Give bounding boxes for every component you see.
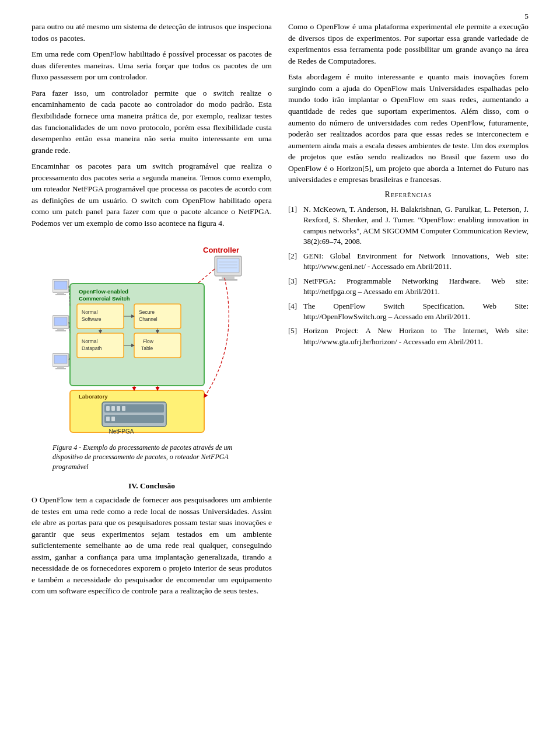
svg-rect-34 bbox=[57, 328, 64, 330]
right-para-1: Como o OpenFlow é uma plataforma experim… bbox=[288, 21, 528, 67]
svg-text:Channel: Channel bbox=[139, 316, 158, 322]
conclusion-heading: IV. Conclusão bbox=[32, 481, 272, 491]
svg-rect-48 bbox=[106, 406, 110, 411]
ref-2: [2] GENI: Global Environment for Network… bbox=[288, 251, 528, 272]
left-para-4: Encaminhar os pacotes para um switch pro… bbox=[32, 160, 272, 229]
ref-1-text: N. McKeown, T. Anderson, H. Balakrishnan… bbox=[303, 204, 528, 247]
svg-text:Laboratory: Laboratory bbox=[79, 393, 108, 400]
svg-text:Controller: Controller bbox=[203, 246, 239, 254]
ref-3: [3] NetFPGA: Programmable Networking Har… bbox=[288, 276, 528, 298]
conclusion-section: IV. Conclusão O OpenFlow tem a capacidad… bbox=[32, 481, 272, 597]
left-para-2: Em uma rede com OpenFlow habilitado é po… bbox=[32, 48, 272, 83]
ref-4-text: The OpenFlow Switch Specification. Web S… bbox=[303, 301, 528, 323]
svg-rect-4 bbox=[219, 279, 237, 281]
ref-5-text: Horizon Project: A New Horizon to The In… bbox=[303, 326, 528, 347]
svg-rect-37 bbox=[54, 355, 67, 363]
svg-text:Software: Software bbox=[82, 316, 102, 322]
svg-rect-33 bbox=[54, 317, 67, 326]
right-column: Como o OpenFlow é uma plataforma experim… bbox=[288, 21, 528, 602]
svg-text:Flow: Flow bbox=[143, 338, 154, 344]
figure-caption: Figura 4 - Exemplo do processamento de p… bbox=[52, 443, 251, 472]
svg-rect-49 bbox=[111, 406, 115, 411]
figure-4: Controller OpenFlow-enabled Commer bbox=[32, 240, 272, 472]
ref-3-text: NetFPGA: Programmable Networking Hardwar… bbox=[303, 276, 528, 298]
svg-rect-39 bbox=[55, 368, 66, 369]
svg-rect-2 bbox=[217, 258, 239, 272]
svg-rect-30 bbox=[57, 292, 64, 294]
page: 5 para outro ou até mesmo um sistema de … bbox=[0, 0, 560, 748]
ref-5: [5] Horizon Project: A New Horizon to Th… bbox=[288, 326, 528, 347]
svg-text:Commercial Switch: Commercial Switch bbox=[79, 295, 130, 302]
svg-rect-31 bbox=[55, 294, 66, 295]
svg-rect-3 bbox=[222, 276, 235, 279]
svg-text:Normal: Normal bbox=[82, 338, 98, 344]
svg-rect-35 bbox=[55, 330, 66, 331]
ref-4: [4] The OpenFlow Switch Specification. W… bbox=[288, 301, 528, 323]
references-section: Referências [1] N. McKeown, T. Anderson,… bbox=[288, 190, 528, 347]
conclusion-text: O OpenFlow tem a capacidade de fornecer … bbox=[32, 494, 272, 597]
svg-rect-29 bbox=[54, 281, 67, 289]
svg-text:Datapath: Datapath bbox=[82, 345, 102, 351]
ref-1-num: [1] bbox=[288, 204, 300, 247]
ref-4-num: [4] bbox=[288, 301, 300, 323]
svg-rect-53 bbox=[111, 417, 115, 421]
two-column-layout: para outro ou até mesmo um sistema de de… bbox=[32, 21, 528, 602]
references-title: Referências bbox=[288, 190, 528, 200]
svg-rect-51 bbox=[122, 406, 125, 411]
svg-rect-52 bbox=[106, 417, 110, 421]
ref-2-num: [2] bbox=[288, 251, 300, 272]
left-para-3: Para fazer isso, um controlador permite … bbox=[32, 88, 272, 156]
svg-text:Normal: Normal bbox=[82, 309, 98, 315]
ref-5-num: [5] bbox=[288, 326, 300, 347]
svg-text:NetFPGA: NetFPGA bbox=[109, 428, 134, 435]
ref-1: [1] N. McKeown, T. Anderson, H. Balakris… bbox=[288, 204, 528, 247]
left-column: para outro ou até mesmo um sistema de de… bbox=[32, 21, 272, 602]
ref-3-num: [3] bbox=[288, 276, 300, 298]
svg-text:Table: Table bbox=[141, 345, 153, 351]
svg-text:OpenFlow-enabled: OpenFlow-enabled bbox=[79, 288, 128, 295]
svg-rect-50 bbox=[117, 406, 120, 411]
svg-rect-38 bbox=[57, 366, 64, 368]
diagram-svg: Controller OpenFlow-enabled Commer bbox=[52, 240, 251, 438]
left-para-1: para outro ou até mesmo um sistema de de… bbox=[32, 21, 272, 44]
ref-2-text: GENI: Global Environment for Network Inn… bbox=[303, 251, 528, 272]
page-number: 5 bbox=[524, 12, 528, 21]
right-para-2: Esta abordagem é muito interessante e qu… bbox=[288, 71, 528, 186]
svg-text:Secure: Secure bbox=[139, 309, 155, 315]
